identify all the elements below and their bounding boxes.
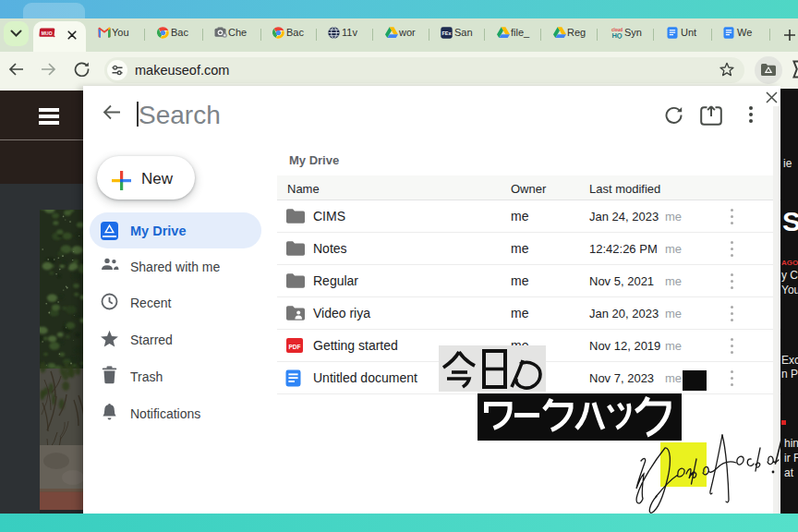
svg-text:HQ: HQ (611, 31, 622, 40)
svg-text:FEx: FEx (442, 30, 452, 36)
svg-text:MUO: MUO (42, 30, 53, 36)
svg-text:PDF: PDF (289, 344, 301, 350)
